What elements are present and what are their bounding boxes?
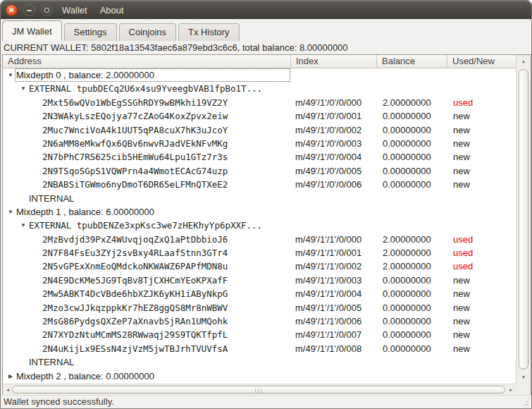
balance-cell [377, 205, 447, 219]
tree-row-branch[interactable]: ▼EXTERNAL tpubDENZe3xpKsc3we7zHEKhyYp6pX… [3, 219, 516, 232]
vertical-scrollbar[interactable]: ▴ ▾ [516, 55, 531, 384]
collapse-icon[interactable]: ▼ [6, 68, 15, 82]
tree-row-address[interactable]: 2Mxt56wQVo1WbEgSSGhRDY9wBMkhi19VZ2Ym/49'… [3, 96, 516, 109]
index-cell: m/49'/1'/0'/0/003 [291, 137, 377, 150]
status-cell: new [447, 301, 516, 315]
tab-tx-history[interactable]: Tx History [178, 23, 240, 41]
row-label: Mixdepth 1 , balance: 6.00000000 [16, 205, 154, 219]
balance-cell: 0.00000000 [377, 150, 447, 164]
tree-row-address[interactable]: 2N9TSqoSGpS1VQWPrn4a4WmotECAcG74uzpm/49'… [3, 164, 516, 178]
address-label: 2MsG86PydgsQXZeP7aXnavbSjRAn1UMQohk [42, 315, 228, 328]
column-header-address[interactable]: Address [3, 55, 291, 68]
status-cell: new [447, 342, 516, 355]
collapse-icon[interactable]: ▼ [19, 82, 27, 95]
tree-row-branch[interactable]: INTERNAL [3, 355, 516, 369]
index-cell: m/49'/1'/0'/0/000 [291, 96, 377, 109]
index-cell: m/49'/1'/0'/0/005 [291, 164, 377, 178]
close-button[interactable]: ✕ [6, 4, 18, 16]
index-cell: m/49'/1'/0'/0/002 [291, 123, 377, 137]
tree-row-address[interactable]: 2N4E9DcKMe5JG9TqBv8TjCXHCmYEoKPXafFm/49'… [3, 274, 516, 287]
tree-row-address[interactable]: 2N7bPhC7RS625cib5HEmWu64Lpu1GTz7r3sm/49'… [3, 150, 516, 164]
address-label: 2N9TSqoSGpS1VQWPrn4a4WmotECAcG74uzp [42, 164, 228, 178]
address-label: 2N4uKijLx9ESsN4zjVzM5jwTBJrhTVUVfsA [42, 342, 228, 355]
column-header-used-new[interactable]: Used/New [447, 55, 516, 68]
status-cell: used [447, 233, 516, 246]
status-cell: new [447, 137, 516, 150]
index-cell: m/49'/1'/1'/0/005 [291, 301, 377, 315]
resize-grip-icon[interactable] [521, 398, 530, 407]
tree-row-address[interactable]: 2Mw5ABKT4DcVBde6hbXZJK6yKH1iAByNkpGm/49'… [3, 287, 516, 300]
index-cell [291, 68, 377, 82]
address-label: 2Mw5ABKT4DcVBde6hbXZJK6yKH1iAByNkpG [42, 287, 228, 300]
balance-cell: 0.00000000 [377, 178, 447, 191]
index-cell [291, 355, 377, 369]
menu-wallet[interactable]: Wallet [56, 3, 94, 18]
row-label: EXTERNAL tpubDECq2U6x4su9YveegbVAB1fpBo1… [29, 82, 262, 95]
status-cell [447, 219, 516, 232]
horizontal-scrollbar[interactable]: ◂ ▸ [3, 384, 516, 395]
tree-row-address[interactable]: 2MzBvdjd39PxZ4WUvqjoqZxQ1aPtDbbioJ6m/49'… [3, 233, 516, 246]
scroll-down-icon[interactable]: ▾ [516, 372, 531, 383]
tree-row-mixdepth[interactable]: ▼Mixdepth 0 , balance: 2.00000000 [3, 68, 516, 82]
tab-settings[interactable]: Settings [64, 23, 117, 41]
expand-icon[interactable]: ▶ [6, 370, 15, 383]
column-header-balance[interactable]: Balance [377, 55, 447, 68]
address-label: 2N4E9DcKMe5JG9TqBv8TjCXHCmYEoKPXafF [42, 274, 228, 287]
tree-row-address[interactable]: 2MsG86PydgsQXZeP7aXnavbSjRAn1UMQohkm/49'… [3, 315, 516, 328]
balance-cell: 0.00000000 [377, 164, 447, 178]
scroll-right-icon[interactable]: ▸ [507, 384, 515, 395]
tree-row-address[interactable]: 2Muc7WnciVoA4k1UUT5qPA8cuX7hK3uJcoYm/49'… [3, 123, 516, 137]
tree-row-mixdepth[interactable]: ▶Mixdepth 2 , balance: 0.00000000 [3, 370, 516, 383]
address-label: 2Muc7WnciVoA4k1UUT5qPA8cuX7hK3uJcoY [42, 123, 228, 137]
balance-cell: 0.00000000 [377, 315, 447, 328]
scroll-up-icon[interactable]: ▴ [516, 56, 531, 67]
tree-row-branch[interactable]: INTERNAL [3, 192, 516, 205]
column-header-index[interactable]: Index [291, 55, 377, 68]
maximize-button[interactable] [41, 4, 53, 16]
titlebar: ✕ Wallet About [1, 1, 531, 19]
balance-cell [377, 192, 447, 205]
status-cell [447, 192, 516, 205]
status-cell: new [447, 287, 516, 300]
tree-row-address[interactable]: 2N4uKijLx9ESsN4zjVzM5jwTBJrhTVUVfsAm/49'… [3, 342, 516, 355]
status-cell: new [447, 150, 516, 164]
vertical-scrollbar-thumb[interactable] [519, 69, 528, 370]
horizontal-scrollbar-thumb[interactable] [12, 386, 505, 393]
tree-row-address[interactable]: 2N7XYDzNtuMCmMS28RWwaqj29S9TQKTfpfLm/49'… [3, 328, 516, 341]
tree-row-mixdepth[interactable]: ▼Mixdepth 1 , balance: 6.00000000 [3, 205, 516, 219]
tree-row-address[interactable]: 2N7F84FsEu3ZYj2svBxy4RLaafStnn3GTr4m/49'… [3, 246, 516, 260]
tree-row-address[interactable]: 2Mzo3cwJJkqzppkKr7hEZ8ggQS8Mr8nWBWVm/49'… [3, 301, 516, 315]
tree-row-address[interactable]: 2N6aMM8eMkwfQx6QBv6nwvRJadVEkNFvMKgm/49'… [3, 137, 516, 150]
status-cell [447, 82, 516, 95]
balance-cell: 0.00000000 [377, 109, 447, 123]
balance-cell: 0.00000000 [377, 342, 447, 355]
status-cell [447, 68, 516, 82]
tree-row-address[interactable]: 2N3WAkyLszEQojya77cZAoG4KoxZpvx2eiwm/49'… [3, 109, 516, 123]
address-label: 2N5vGPExXnmEoQMdckoNKWAWZ6PAPfMDN8u [42, 260, 228, 273]
row-label: Mixdepth 2 , balance: 0.00000000 [16, 370, 154, 383]
tree-row-branch[interactable]: ▼EXTERNAL tpubDECq2U6x4su9YveegbVAB1fpBo… [3, 82, 516, 95]
address-label: 2N3WAkyLszEQojya77cZAoG4KoxZpvx2eiw [42, 109, 228, 123]
index-cell: m/49'/1'/1'/0/004 [291, 287, 377, 300]
tree-row-address[interactable]: 2NBABSiTGWmo6nyDmoT6DR65eLFMnQTXeE2m/49'… [3, 178, 516, 191]
balance-cell: 2.00000000 [377, 233, 447, 246]
balance-cell: 0.00000000 [377, 301, 447, 315]
status-cell: new [447, 328, 516, 341]
status-cell: used [447, 246, 516, 260]
window-controls: ✕ [6, 4, 53, 16]
tree-row-address[interactable]: 2N5vGPExXnmEoQMdckoNKWAWZ6PAPfMDN8um/49'… [3, 260, 516, 273]
menu-about[interactable]: About [94, 3, 130, 18]
balance-cell [377, 82, 447, 95]
jm-wallet-window: ✕ Wallet About JM Wallet Settings Coinjo… [0, 0, 532, 409]
row-label: INTERNAL [29, 355, 74, 369]
balance-cell: 0.00000000 [377, 137, 447, 150]
collapse-icon[interactable]: ▼ [6, 205, 15, 219]
collapse-icon[interactable]: ▼ [19, 219, 27, 232]
status-cell: new [447, 274, 516, 287]
balance-cell: 0.00000000 [377, 274, 447, 287]
index-cell: m/49'/1'/1'/0/007 [291, 328, 377, 341]
scroll-left-icon[interactable]: ◂ [4, 384, 12, 395]
minimize-button[interactable] [23, 4, 35, 16]
tab-jm-wallet[interactable]: JM Wallet [2, 20, 62, 41]
tab-coinjoins[interactable]: Coinjoins [119, 23, 176, 41]
